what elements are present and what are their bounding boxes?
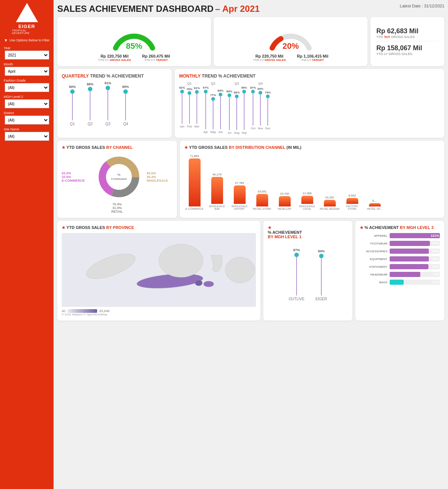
main-content: SALES ACHIEVEMENT DASHBOARD – Apr 2021 L… bbox=[54, 0, 448, 489]
monthly-group: Q2 97% Apr 77% May 89% Jun bbox=[203, 82, 223, 133]
logo-sub: TROPICAL ADVENTURE bbox=[12, 29, 42, 34]
monthly-bar-item: 86% Aug bbox=[234, 91, 240, 134]
quarterly-bar-item: 91% Q3 bbox=[105, 81, 111, 126]
mgh1-card: ★ % ACHIEVEMENT BY MGH LEVEL 1 87% OUTLI… bbox=[263, 221, 352, 321]
filter-title: ▼ Use Options Below to Filter bbox=[4, 38, 50, 42]
monthly-bar-item: 81% Mar bbox=[194, 86, 200, 128]
monthly-bar-item: 89% Jul bbox=[226, 90, 232, 134]
distribution-bar-card: ★ YTD GROSS SALES BY DISTRIBUTION CHANNE… bbox=[180, 141, 444, 218]
site-select[interactable]: (All) bbox=[5, 132, 49, 141]
monthly-trend-title: MONTHLY TREND % ACHIEVEMENT bbox=[179, 73, 440, 79]
month-select[interactable]: April bbox=[5, 67, 49, 76]
svg-point-5 bbox=[83, 249, 138, 284]
monthly-bar-item: 78% Feb bbox=[187, 88, 192, 128]
dist-bar-item: 12,356 WHOLESALE LOCAL bbox=[297, 192, 317, 210]
distribution-bars: 71,893 E-COMMERCE 40,179 WHOLESALE B2B 2… bbox=[184, 153, 440, 210]
svg-point-7 bbox=[159, 244, 203, 277]
monthly-group: Q4 87% Oct 84% Nov 74% Dec bbox=[250, 82, 271, 133]
mgh3-row: STATIONERY 94% bbox=[360, 264, 440, 269]
dist-bar-item: 5,... RETAIL SH... bbox=[365, 199, 385, 210]
bottom-row: ★ YTD GROSS SALES BY PROVINCE bbox=[57, 221, 444, 321]
monthly-group: Q3 89% Jul 86% Aug 99% Sep bbox=[226, 82, 247, 133]
monthly-bar-item: 99% Sep bbox=[241, 86, 247, 134]
sidebar: EIGER TROPICAL ADVENTURE ▼ Use Options B… bbox=[0, 0, 54, 489]
monthly-bar-item: 97% Apr bbox=[203, 86, 209, 134]
map-title: ★ YTD GROSS SALES BY PROVINCE bbox=[62, 225, 256, 230]
gauge-2-value: 20% bbox=[283, 41, 299, 51]
year-label: Year bbox=[4, 46, 10, 50]
donut-card: ★ YTD GROSS SALES BY CHANNEL 93.0% 32.6%… bbox=[57, 141, 177, 218]
svg-point-8 bbox=[225, 257, 255, 283]
stat-ytd-ly: Rp 158,067 Mil YTD LY GROSS SALES bbox=[376, 44, 438, 56]
fashion-grade-select[interactable]: (All) bbox=[5, 83, 49, 92]
map-gradient bbox=[68, 309, 97, 313]
map-legend: 40 83,646 bbox=[62, 309, 256, 313]
quarterly-trend-card: QUARTERLY TREND % ACHIEVEMENT 80% Q1 88%… bbox=[57, 69, 172, 138]
svg-text:Contribution: Contribution bbox=[111, 177, 127, 181]
mgh3-row: EQUIPMENT 95% bbox=[360, 256, 440, 261]
logo-text: EIGER bbox=[18, 24, 35, 29]
monthly-bar-item: 87% Oct bbox=[250, 86, 256, 130]
donut-legend-left: 93.0% 32.6% E-COMMERCE bbox=[62, 171, 91, 182]
gauge-1: 85% bbox=[110, 21, 158, 51]
dist-bar-item: 40,179 WHOLESALE B2B bbox=[207, 173, 227, 210]
top-row: 85% Rp 220,750 Mil YTD CY GROSS SALES Rp… bbox=[57, 17, 444, 66]
map-credit: © 2022 Mapbox © OpenStreetMap bbox=[62, 313, 256, 316]
monthly-group: Q1 82% Jan 78% Feb 81% Mar bbox=[179, 82, 200, 133]
channel-row: ★ YTD GROSS SALES BY CHANNEL 93.0% 32.6%… bbox=[57, 141, 444, 218]
mgh3-card: ★ % ACHIEVEMENT BY MGH LEVEL 3 APPAREL 1… bbox=[355, 221, 444, 321]
indonesia-map bbox=[62, 233, 256, 307]
quarterly-trend-title: QUARTERLY TREND % ACHIEVEMENT bbox=[62, 73, 167, 79]
mgh3-row: ACCESSORIES 95% bbox=[360, 249, 440, 254]
dist-bar-item: 9,032 FACTORY STORE bbox=[342, 194, 362, 210]
gauge-1-label-2: Rp 260,475 Mil YTD CY TARGET bbox=[142, 54, 170, 62]
mgh3-chart: APPAREL 121% FOOTWEAR 97% ACCESSORIES 95… bbox=[360, 233, 440, 285]
gauge-2-labels: Rp 220,750 Mil YTD CY GROSS SALES Rp 1,1… bbox=[253, 54, 328, 62]
stat-ytd-yoy: Rp 62,683 Mil YTD YoY GROSS SALES bbox=[376, 27, 438, 41]
monthly-bar-item: 77% May bbox=[210, 93, 216, 134]
gauge-card-1: 85% Rp 220,750 Mil YTD CY GROSS SALES Rp… bbox=[57, 17, 211, 66]
gauge-1-value: 85% bbox=[126, 41, 142, 51]
dist-bar-item: 19,031 RETAIL STORE bbox=[252, 190, 272, 210]
gauge-2: 20% bbox=[267, 21, 315, 51]
monthly-bar-item: 74% Dec bbox=[265, 91, 271, 130]
mgh2-label: MGH Level 2 bbox=[4, 95, 23, 99]
trend-row: QUARTERLY TREND % ACHIEVEMENT 80% Q1 88%… bbox=[57, 69, 444, 138]
mgh1-chart: 87% OUTLIVE 84% EIGER bbox=[268, 242, 348, 301]
dist-bar-item: 71,893 E-COMMERCE bbox=[184, 154, 205, 210]
fashion-grade-label: Fashion Grade bbox=[4, 79, 26, 82]
latest-date: Latest Date : 31/12/2021 bbox=[400, 4, 444, 8]
mgh3-title: ★ % ACHIEVEMENT BY MGH LEVEL 3 bbox=[360, 225, 440, 230]
mgh3-row: APPAREL 121% bbox=[360, 233, 440, 238]
quarterly-bar-item: 88% Q2 bbox=[87, 82, 93, 126]
mgh2-select[interactable]: (All) bbox=[5, 99, 49, 108]
svg-point-10 bbox=[204, 281, 214, 287]
page-title: SALES ACHIEVEMENT DASHBOARD – Apr 2021 bbox=[57, 4, 260, 14]
mgh1-title: ★ % ACHIEVEMENT BY MGH LEVEL 1 bbox=[268, 225, 348, 239]
quarterly-bar-item: 80% Q4 bbox=[122, 85, 129, 126]
logo: EIGER TROPICAL ADVENTURE bbox=[12, 6, 42, 31]
donut-svg: % Contribution bbox=[95, 153, 143, 201]
logo-triangle bbox=[16, 3, 38, 22]
filter-icon: ▼ bbox=[4, 38, 8, 42]
quarterly-lollipop: 80% Q1 88% Q2 91% Q3 80% Q4 bbox=[62, 82, 167, 126]
dist-bar-item: 27,785 WHOLESALE EXPORT bbox=[229, 181, 250, 210]
svg-text:%: % bbox=[117, 173, 120, 177]
donut-legend-right: 93.5% 36.4% WHOLESALE bbox=[147, 171, 172, 182]
gauge-1-label-1: Rp 220,750 Mil YTD CY GROSS SALES bbox=[98, 54, 131, 62]
dist-bar-item: 15,730 RESELLER bbox=[274, 192, 295, 210]
dist-bar-item: 10,191 RETAIL BAZAAR bbox=[319, 196, 340, 210]
monthly-trend-card: MONTHLY TREND % ACHIEVEMENT Q1 82% Jan 7… bbox=[175, 69, 444, 138]
donut-title: ★ YTD GROSS SALES BY CHANNEL bbox=[62, 145, 172, 150]
district-label: District bbox=[4, 111, 14, 115]
gauge-2-label-2: Rp 1,106,415 Mil Full CY TARGET bbox=[297, 54, 328, 62]
year-select[interactable]: 2021 bbox=[5, 51, 49, 59]
mgh3-row: BAGS 34% bbox=[360, 280, 440, 285]
monthly-bar-item: 84% Nov bbox=[257, 87, 263, 130]
mgh1-bar-item: 87% OUTLIVE bbox=[289, 248, 305, 301]
gauge-1-labels: Rp 220,750 Mil YTD CY GROSS SALES Rp 260… bbox=[98, 54, 170, 62]
district-select[interactable]: (All) bbox=[5, 116, 49, 124]
month-label: Month bbox=[4, 62, 13, 66]
gauge-card-2: 20% Rp 220,750 Mil YTD CY GROSS SALES Rp… bbox=[214, 17, 367, 66]
distribution-title: ★ YTD GROSS SALES BY DISTRIBUTION CHANNE… bbox=[184, 145, 440, 150]
